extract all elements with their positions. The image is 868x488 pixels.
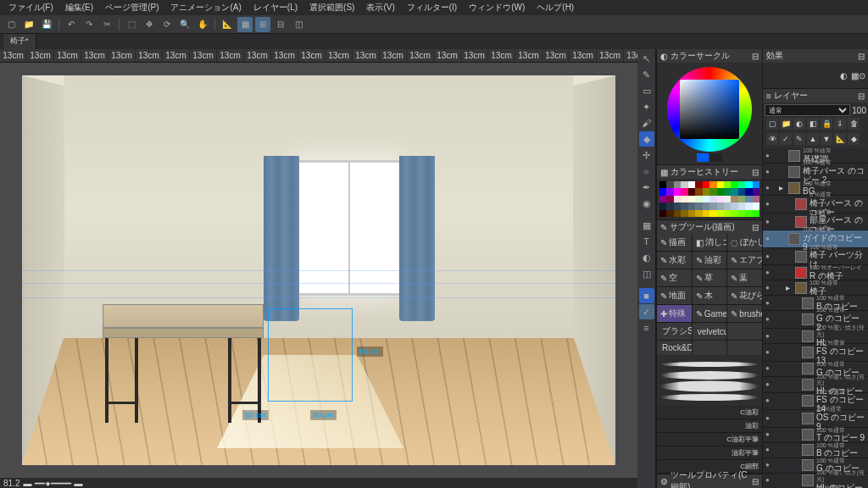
ruler-layer-icon[interactable]: 📐 <box>834 133 846 145</box>
tool-eyedrop[interactable]: ✓ <box>639 304 654 319</box>
menu-item[interactable]: 選択範囲(S) <box>304 0 359 15</box>
visibility-icon[interactable]: ● <box>765 430 774 439</box>
lock-icon[interactable]: 🔒 <box>821 118 832 130</box>
subtool-item[interactable]: ✎エアブラシ <box>727 252 762 269</box>
color-swatch[interactable] <box>695 210 702 217</box>
color-swatches[interactable] <box>659 181 760 217</box>
color-swatch[interactable] <box>717 196 724 202</box>
close-icon[interactable]: ⊟ <box>752 223 759 232</box>
subtool-item[interactable]: velvetcu <box>693 323 727 340</box>
color-swatch[interactable] <box>681 202 687 209</box>
zoom-in-icon[interactable]: ▬ <box>75 479 83 488</box>
subtool-item[interactable]: Rock&D: <box>657 341 692 355</box>
layer-row[interactable]: ●100 %通常T のコピー 9 <box>763 428 868 443</box>
color-swatch[interactable] <box>695 181 702 188</box>
subtool-item[interactable]: ✎空 <box>657 269 692 286</box>
color-swatch[interactable] <box>724 210 731 217</box>
color-swatch[interactable] <box>666 202 673 209</box>
subtool-item[interactable]: ✎brushes <box>727 305 762 322</box>
tool-drop[interactable]: ◉ <box>639 196 654 211</box>
visibility-icon[interactable]: ● <box>765 184 774 192</box>
open-icon[interactable]: 📁 <box>21 17 36 32</box>
color-swatch[interactable] <box>666 196 673 202</box>
layer-row[interactable]: ●100 %通常椅子パース のコピー 2 <box>763 164 868 180</box>
hand-icon[interactable]: ✋ <box>195 17 210 32</box>
color-swatch[interactable] <box>717 210 724 217</box>
zoom-out-icon[interactable]: ▬ <box>23 479 31 488</box>
color-swatch[interactable] <box>745 196 752 202</box>
tool-text[interactable]: T <box>639 234 654 249</box>
color-swatch[interactable] <box>724 196 731 202</box>
document-tab[interactable]: 椅子* <box>3 34 36 49</box>
color-swatch[interactable] <box>724 188 731 195</box>
color-swatch[interactable] <box>753 202 760 209</box>
tool-ink[interactable]: ✒ <box>639 180 654 195</box>
blend-mode-select[interactable]: 通常 <box>765 104 850 116</box>
color-swatch[interactable] <box>681 196 687 202</box>
color-swatch[interactable] <box>738 181 745 188</box>
color-swatch[interactable] <box>709 196 716 202</box>
color-swatch[interactable] <box>674 202 681 209</box>
layer-row[interactable]: ●100 %通常椅子 パーツ分け <box>763 248 868 265</box>
draft-icon[interactable]: ✎ <box>793 133 805 145</box>
color-prev[interactable] <box>710 153 722 162</box>
tool-shape[interactable]: ▭ <box>639 83 654 98</box>
color-swatch[interactable] <box>731 188 737 195</box>
color-swatch[interactable] <box>688 202 695 209</box>
visibility-icon[interactable]: ● <box>765 414 774 423</box>
subtool-item[interactable] <box>727 323 762 340</box>
color-swatch[interactable] <box>724 202 731 209</box>
close-icon[interactable]: ⊟ <box>858 52 865 61</box>
color-swatch[interactable] <box>731 202 737 209</box>
layer-row[interactable]: ●100 %乗算FS のコピー 13 <box>763 344 868 361</box>
ref-icon[interactable]: ✓ <box>780 133 792 145</box>
subtool-item[interactable]: ✎草 <box>693 269 727 286</box>
color-swatch[interactable] <box>659 181 666 188</box>
color-swatch[interactable] <box>666 188 673 195</box>
merge-icon[interactable]: ⇓ <box>834 118 846 130</box>
visibility-icon[interactable]: ● <box>765 218 774 226</box>
color-swatch[interactable] <box>745 181 752 188</box>
color-swatch[interactable] <box>709 181 716 188</box>
visibility-icon[interactable]: ● <box>765 315 774 324</box>
color-swatch[interactable] <box>753 188 760 195</box>
cut-icon[interactable]: ✂ <box>99 17 114 32</box>
color-swatch[interactable] <box>731 181 737 188</box>
canvas-viewport[interactable]: 80 cm 50 cm 50 cm <box>0 63 637 478</box>
tool-pen[interactable]: ✎ <box>639 67 654 82</box>
snap-icon[interactable]: ⊞ <box>255 17 270 32</box>
subtool-item[interactable]: ✎Game of <box>693 305 727 322</box>
new-folder-icon[interactable]: 📁 <box>780 118 792 130</box>
color-swatch[interactable] <box>695 196 702 202</box>
visibility-icon[interactable]: ● <box>765 299 774 308</box>
menu-item[interactable]: 表示(V) <box>361 0 399 15</box>
visibility-icon[interactable]: ● <box>765 252 774 261</box>
rotate-icon[interactable]: ⟳ <box>159 17 175 32</box>
delete-layer-icon[interactable]: 🗑 <box>848 118 860 130</box>
color-swatch[interactable] <box>695 188 702 195</box>
move-down-icon[interactable]: ▼ <box>821 133 832 145</box>
menu-item[interactable]: ページ管理(P) <box>100 0 164 15</box>
color-swatch[interactable] <box>681 210 687 217</box>
select-icon[interactable]: ⬚ <box>124 17 139 32</box>
subtool-item[interactable]: ◌ぼかし <box>727 234 762 251</box>
menu-item[interactable]: ファイル(F) <box>3 0 58 15</box>
brush-item[interactable]: C油彩 <box>657 406 762 419</box>
undo-icon[interactable]: ↶ <box>64 17 79 32</box>
color-swatch[interactable] <box>753 181 760 188</box>
color-swatch[interactable] <box>674 210 681 217</box>
color-wheel[interactable] <box>667 67 752 152</box>
color-swatch[interactable] <box>681 181 687 188</box>
mask-icon[interactable]: ◐ <box>793 118 805 130</box>
visible-icon[interactable]: 👁 <box>766 133 778 145</box>
color-swatch[interactable] <box>745 202 752 209</box>
visibility-icon[interactable]: ● <box>765 200 774 208</box>
3d-icon[interactable]: ◫ <box>291 17 306 32</box>
color-current[interactable] <box>697 153 709 162</box>
menu-item[interactable]: フィルター(I) <box>402 0 462 15</box>
close-icon[interactable]: ⊟ <box>858 92 865 101</box>
color-swatch[interactable] <box>738 202 745 209</box>
move-icon[interactable]: ✥ <box>142 17 157 32</box>
menu-item[interactable]: ウィンドウ(W) <box>464 0 530 15</box>
visibility-icon[interactable]: ● <box>765 476 774 485</box>
